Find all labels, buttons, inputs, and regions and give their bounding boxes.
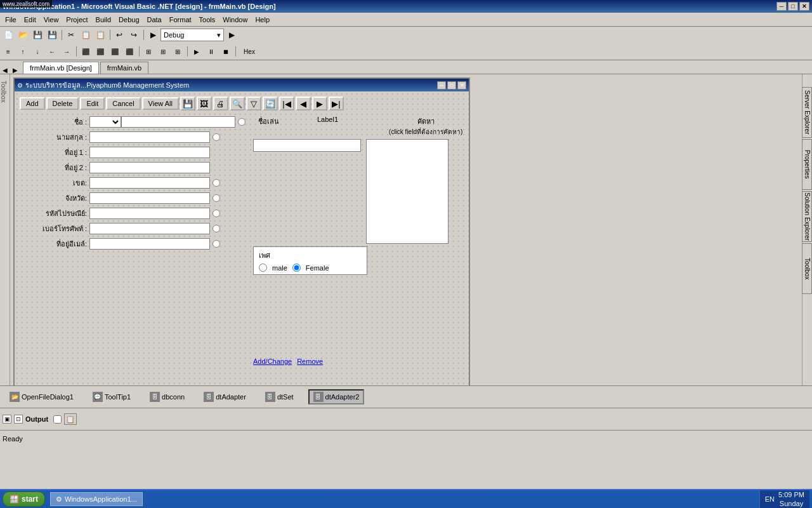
menu-item-edit[interactable]: Edit bbox=[20, 15, 40, 25]
tooltip-item[interactable]: 💬 ToolTip1 bbox=[88, 390, 135, 404]
menu-item-project[interactable]: Project bbox=[62, 15, 91, 25]
dtadapter-item[interactable]: 🗄 dtAdapter bbox=[199, 390, 251, 404]
photo-icon-btn[interactable]: 🖼 bbox=[197, 97, 212, 110]
open-btn[interactable]: 📂 bbox=[16, 28, 30, 42]
tb2-stop[interactable]: ⏹ bbox=[219, 44, 233, 58]
province-radio[interactable] bbox=[213, 194, 220, 202]
namsagul-input[interactable] bbox=[89, 131, 210, 143]
next-icon-btn[interactable]: ▶ bbox=[312, 97, 327, 110]
server-explorer-tab[interactable]: Server Explorer bbox=[802, 87, 812, 138]
properties-tab[interactable]: Properties bbox=[802, 139, 812, 190]
openfiledialog-item[interactable]: 📂 OpenFileDialog1 bbox=[5, 390, 78, 404]
sort-name-input[interactable] bbox=[253, 139, 361, 152]
redo-btn[interactable]: ↪ bbox=[127, 28, 141, 42]
postcode-radio[interactable] bbox=[213, 210, 220, 217]
tb2-8[interactable]: ⬛ bbox=[108, 44, 122, 58]
copy-btn[interactable]: 📋 bbox=[79, 28, 93, 42]
filter-icon-btn[interactable]: ▽ bbox=[246, 97, 261, 110]
design-canvas[interactable]: ⚙ ระบบบริหารข้อมูล...Piyaphum6 Managemen… bbox=[10, 74, 802, 385]
dtadapter2-item[interactable]: 🗄 dtAdapter2 bbox=[308, 389, 365, 404]
close-button[interactable]: ✕ bbox=[799, 2, 809, 11]
tb2-pause[interactable]: ⏸ bbox=[204, 44, 218, 58]
menu-item-debug[interactable]: Debug bbox=[115, 15, 143, 25]
postcode-input[interactable] bbox=[89, 208, 210, 219]
addr2-input[interactable] bbox=[89, 162, 210, 173]
maximize-button[interactable]: □ bbox=[788, 2, 798, 11]
dbconn-item[interactable]: 🗄 dbconn bbox=[145, 390, 189, 404]
hex-btn[interactable]: Hex bbox=[238, 44, 261, 58]
tb2-12[interactable]: ⊞ bbox=[171, 44, 185, 58]
form-close-btn[interactable]: ✕ bbox=[457, 81, 466, 90]
form-maximize-btn[interactable]: □ bbox=[447, 81, 456, 90]
menu-item-file[interactable]: File bbox=[1, 15, 20, 25]
output-float-btn[interactable]: ⊡ bbox=[14, 415, 23, 424]
prev-icon-btn[interactable]: ◀ bbox=[296, 97, 311, 110]
output-dock-btn[interactable]: ▣ bbox=[3, 415, 11, 424]
debug-btn[interactable]: ▶ bbox=[146, 28, 160, 42]
output-icon-btn[interactable]: 📋 bbox=[64, 413, 77, 425]
tb2-2[interactable]: ↑ bbox=[16, 44, 30, 58]
email-radio[interactable] bbox=[213, 240, 220, 248]
save-btn[interactable]: 💾 bbox=[30, 28, 44, 42]
id-combo[interactable] bbox=[89, 116, 121, 128]
remove-link[interactable]: Remove bbox=[297, 358, 323, 365]
tb2-9[interactable]: ⬛ bbox=[122, 44, 136, 58]
id-radio[interactable] bbox=[238, 118, 246, 126]
first-icon-btn[interactable]: |◀ bbox=[279, 97, 294, 110]
sort-results-box[interactable] bbox=[366, 139, 449, 244]
edit-button[interactable]: Edit bbox=[80, 97, 105, 110]
solution-explorer-tab[interactable]: Solution Explorer bbox=[802, 191, 812, 242]
male-radio[interactable] bbox=[259, 264, 267, 272]
tb2-3[interactable]: ↓ bbox=[30, 44, 44, 58]
menu-item-data[interactable]: Data bbox=[143, 15, 166, 25]
tb2-10[interactable]: ⊞ bbox=[141, 44, 155, 58]
id-input[interactable] bbox=[121, 116, 235, 128]
output-checkbox[interactable] bbox=[53, 415, 62, 424]
menu-item-build[interactable]: Build bbox=[92, 15, 115, 25]
menu-item-window[interactable]: Window bbox=[219, 15, 251, 25]
last-icon-btn[interactable]: ▶| bbox=[329, 97, 344, 110]
tb2-1[interactable]: ≡ bbox=[1, 44, 15, 58]
debug-combo[interactable]: Debug ▾ bbox=[160, 29, 224, 41]
start-btn[interactable]: ▶ bbox=[225, 28, 239, 42]
namsagul-radio[interactable] bbox=[213, 133, 220, 141]
tb2-6[interactable]: ⬛ bbox=[79, 44, 93, 58]
female-radio[interactable] bbox=[292, 264, 301, 272]
email-input[interactable] bbox=[89, 238, 210, 250]
cancel-button[interactable]: Cancel bbox=[106, 97, 140, 110]
form-minimize-btn[interactable]: ─ bbox=[437, 81, 446, 90]
tab-code[interactable]: frmMain.vb bbox=[100, 62, 148, 74]
view-all-button[interactable]: View All bbox=[142, 97, 179, 110]
start-button[interactable]: 🪟 start bbox=[3, 491, 45, 507]
nav-back[interactable]: ◀ bbox=[3, 67, 8, 74]
new-btn[interactable]: 📄 bbox=[1, 28, 15, 42]
province-input[interactable] bbox=[89, 192, 210, 204]
phone-radio[interactable] bbox=[213, 225, 220, 232]
tab-design[interactable]: frmMain.vb [Design] bbox=[23, 62, 99, 74]
phone-input[interactable] bbox=[89, 223, 210, 234]
zone-input[interactable] bbox=[89, 177, 210, 189]
tb2-11[interactable]: ⊞ bbox=[156, 44, 170, 58]
menu-item-tools[interactable]: Tools bbox=[195, 15, 219, 25]
search-icon-btn[interactable]: 🔍 bbox=[230, 97, 245, 110]
tb2-5[interactable]: → bbox=[60, 44, 74, 58]
save-all-btn[interactable]: 💾 bbox=[45, 28, 59, 42]
add-change-link[interactable]: Add/Change bbox=[253, 358, 292, 365]
arrow-icon-btn[interactable]: 🔄 bbox=[263, 97, 278, 110]
print-icon-btn[interactable]: 🖨 bbox=[213, 97, 228, 110]
add-button[interactable]: Add bbox=[20, 97, 45, 110]
cut-btn[interactable]: ✂ bbox=[64, 28, 78, 42]
menu-item-format[interactable]: Format bbox=[166, 15, 195, 25]
toolbox-tab[interactable]: Toolbox bbox=[802, 243, 812, 294]
save-icon-btn[interactable]: 💾 bbox=[180, 97, 195, 110]
delete-button[interactable]: Delete bbox=[46, 97, 79, 110]
taskbar-vb-item[interactable]: ⚙ WindowsApplication1... bbox=[50, 492, 143, 506]
paste-btn[interactable]: 📋 bbox=[93, 28, 107, 42]
tb2-4[interactable]: ← bbox=[45, 44, 59, 58]
tb2-play[interactable]: ▶ bbox=[190, 44, 204, 58]
menu-item-view[interactable]: View bbox=[40, 15, 63, 25]
dtset-item[interactable]: 🗄 dtSet bbox=[261, 390, 298, 404]
nav-forward[interactable]: ▶ bbox=[13, 67, 18, 74]
undo-btn[interactable]: ↩ bbox=[112, 28, 126, 42]
zone-radio[interactable] bbox=[213, 179, 220, 187]
